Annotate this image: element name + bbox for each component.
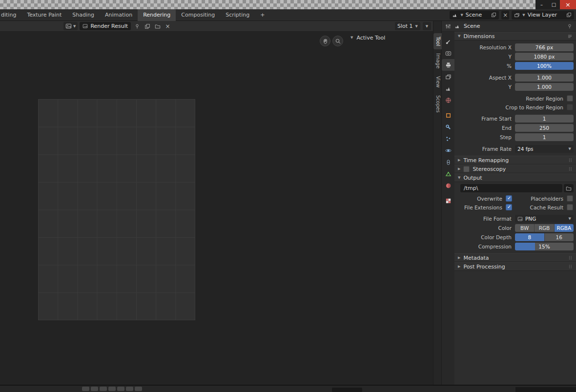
close-button[interactable]: × — [560, 0, 576, 9]
minimize-button[interactable]: – — [535, 0, 548, 9]
next-keyframe-button[interactable] — [117, 387, 124, 391]
aspect-y-field[interactable]: 1.000 — [515, 83, 574, 91]
image-datablock-selector[interactable]: Render Result — [80, 22, 131, 30]
sidebar-tab-tool[interactable]: Tool — [433, 33, 442, 49]
scene-selector[interactable]: ▼ Scene — [450, 11, 499, 20]
workspace-tab-animation[interactable]: Animation — [100, 9, 138, 21]
render-region-checkbox[interactable] — [567, 95, 573, 102]
render-slot-selector[interactable]: Slot 1 ▼ — [395, 22, 420, 30]
workspace-tab-scripting[interactable]: Scripting — [220, 9, 255, 21]
zoom-gizmo-button[interactable] — [332, 36, 343, 46]
sidebar-tab-image[interactable]: Image — [433, 50, 442, 72]
resolution-y-field[interactable]: 1080 px — [515, 53, 574, 61]
tab-object[interactable] — [442, 109, 454, 121]
physics-icon — [445, 147, 452, 154]
workspace-tab-compositing[interactable]: Compositing — [176, 9, 220, 21]
pan-gizmo-button[interactable] — [320, 36, 330, 46]
file-extensions-checkbox[interactable] — [506, 204, 512, 210]
panel-header-time-remapping[interactable]: ▶ Time Remapping — [454, 156, 576, 165]
crop-region-checkbox[interactable] — [567, 104, 573, 110]
workspace-tab-shading[interactable]: Shading — [67, 9, 100, 21]
resolution-x-label: Resolution X — [454, 44, 515, 50]
tab-output[interactable] — [442, 59, 454, 71]
sidebar-tab-view[interactable]: View — [433, 73, 442, 91]
duplicate-view-layer-icon[interactable] — [566, 12, 572, 18]
active-tool-panel-header[interactable]: ▼ Active Tool — [350, 33, 385, 42]
tab-view-layer[interactable] — [442, 71, 454, 83]
resolution-percent-slider[interactable]: 100% — [515, 62, 574, 70]
tab-material[interactable] — [442, 180, 454, 191]
color-rgba-button[interactable]: RGBA — [555, 224, 574, 232]
auto-keying-button[interactable] — [135, 387, 142, 391]
placeholders-checkbox[interactable] — [567, 195, 573, 202]
presets-icon[interactable] — [567, 34, 573, 39]
play-reverse-button[interactable] — [100, 387, 107, 391]
sidebar-tab-scopes[interactable]: Scopes — [433, 92, 442, 116]
panel-header-output[interactable]: ▼ Output — [454, 173, 576, 182]
image-editor-canvas[interactable]: ▼ Active Tool — [0, 32, 433, 385]
tab-texture[interactable] — [442, 195, 454, 206]
overwrite-checkbox[interactable] — [506, 195, 512, 202]
workspace-tab-rendering[interactable]: Rendering — [138, 9, 176, 21]
tab-object-data[interactable] — [442, 168, 454, 180]
editor-type-button[interactable]: ▼ — [63, 22, 78, 30]
color-rgb-button[interactable]: RGB — [535, 224, 554, 232]
aspect-x-field[interactable]: 1.000 — [515, 74, 574, 82]
duplicate-image-button[interactable] — [143, 22, 151, 30]
color-bw-button[interactable]: BW — [515, 224, 535, 232]
tab-modifiers[interactable] — [442, 121, 454, 133]
tab-scene[interactable] — [442, 83, 454, 94]
aspect-y-row: Y 1.000 — [454, 83, 574, 91]
unlink-image-button[interactable]: × — [164, 22, 172, 30]
frame-end-field[interactable]: 250 — [515, 124, 574, 132]
jump-to-end-button[interactable] — [126, 387, 133, 391]
grip-dots-icon — [568, 264, 573, 269]
mesh-data-icon — [445, 171, 452, 177]
tab-physics[interactable] — [442, 144, 454, 156]
maximize-button[interactable]: □ — [548, 0, 560, 9]
panel-header-stereoscopy[interactable]: ▶ Stereoscopy — [454, 165, 576, 173]
triangle-down-icon: ▼ — [458, 34, 460, 38]
resolution-x-field[interactable]: 766 px — [515, 43, 574, 51]
triangle-right-icon: ▶ — [458, 265, 460, 268]
pin-icon[interactable] — [567, 23, 573, 29]
frame-start-field[interactable]: 1 — [515, 115, 574, 123]
aspect-y-label: Y — [454, 84, 515, 90]
properties-body: ▼ Dimensions Resolution X 766 px Y 1080 … — [454, 32, 576, 385]
panel-header-post-processing[interactable]: ▶ Post Processing — [454, 262, 576, 271]
view-layer-selector[interactable]: ▼ View Layer — [512, 11, 574, 20]
tab-world[interactable] — [442, 94, 454, 106]
frame-counter-field[interactable] — [332, 388, 362, 392]
depth-16-button[interactable]: 16 — [545, 233, 574, 241]
add-workspace-button[interactable]: + — [255, 9, 270, 21]
pin-image-button[interactable] — [133, 22, 141, 30]
panel-header-dimensions[interactable]: ▼ Dimensions — [454, 32, 576, 41]
unlink-scene-button[interactable]: × — [501, 11, 509, 20]
previous-keyframe-button[interactable] — [91, 387, 98, 391]
frame-step-field[interactable]: 1 — [515, 133, 574, 141]
frame-rate-dropdown[interactable]: 24 fps ▼ — [515, 145, 574, 153]
depth-8-button[interactable]: 8 — [515, 233, 545, 241]
stereoscopy-checkbox[interactable] — [463, 166, 470, 172]
tab-constraints[interactable] — [442, 156, 454, 168]
open-image-button[interactable] — [153, 22, 162, 30]
sidebar-tab-strip: Tool Image View Scopes — [433, 21, 442, 385]
tab-render[interactable] — [442, 47, 454, 59]
panel-header-metadata[interactable]: ▶ Metadata — [454, 253, 576, 262]
properties-editor: Scene ▼ — [442, 21, 576, 385]
cache-result-checkbox[interactable] — [567, 204, 573, 210]
tab-tool[interactable] — [442, 36, 454, 47]
browse-folder-button[interactable] — [564, 184, 574, 192]
properties-editor-icon[interactable] — [445, 23, 451, 29]
duplicate-scene-icon[interactable] — [491, 12, 496, 18]
workspace-tab-uv-editing[interactable]: diting — [0, 9, 21, 21]
jump-to-start-button[interactable] — [82, 387, 89, 391]
display-channels-dropdown[interactable]: ▼ — [423, 22, 431, 30]
workspace-tab-texture-paint[interactable]: Texture Paint — [21, 9, 67, 21]
play-button[interactable] — [108, 387, 116, 391]
file-format-dropdown[interactable]: PNG ▼ — [515, 215, 574, 223]
compression-slider[interactable]: 15% — [515, 243, 574, 250]
output-path-field[interactable]: /tmp\ — [460, 184, 562, 192]
window-title-bar[interactable]: – □ × — [0, 0, 576, 9]
tab-particles[interactable] — [442, 133, 454, 144]
